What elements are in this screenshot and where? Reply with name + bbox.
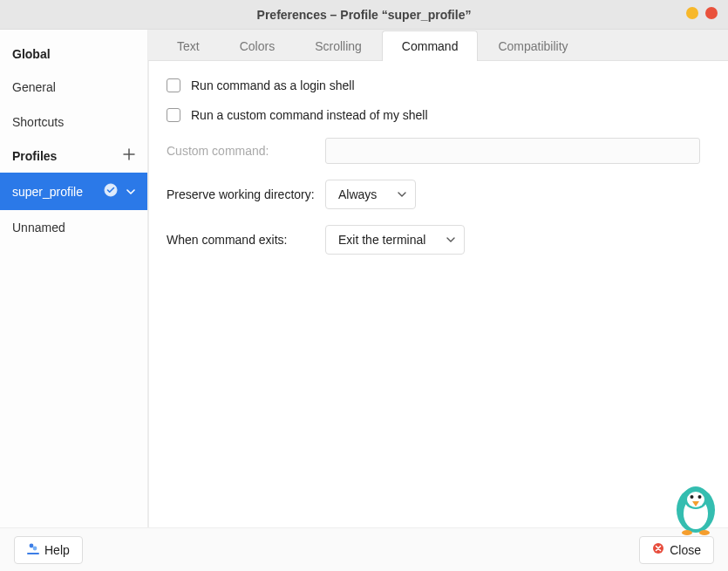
preserve-dir-label: Preserve working directory: bbox=[167, 187, 315, 201]
tab-colors[interactable]: Colors bbox=[220, 31, 295, 61]
chevron-down-icon bbox=[446, 233, 455, 247]
preferences-window: Preferences – Profile “super_profile” Gl… bbox=[0, 0, 728, 571]
help-label: Help bbox=[44, 543, 70, 557]
row-when-exits: When command exits: Exit the terminal bbox=[167, 225, 711, 255]
custom-command-input[interactable] bbox=[325, 138, 700, 164]
tabs: Text Colors Scrolling Command Compatibil… bbox=[148, 30, 728, 61]
when-exits-label: When command exits: bbox=[167, 233, 315, 247]
row-preserve-dir: Preserve working directory: Always bbox=[167, 180, 711, 209]
profiles-header: Profiles bbox=[0, 139, 147, 173]
close-window-icon[interactable] bbox=[705, 7, 718, 19]
profile-actions bbox=[104, 183, 135, 200]
sidebar-item-label: super_profile bbox=[12, 185, 83, 199]
window-title: Preferences – Profile “super_profile” bbox=[257, 8, 472, 22]
preserve-dir-value: Always bbox=[338, 187, 377, 201]
sidebar-item-label: Shortcuts bbox=[12, 115, 64, 129]
login-shell-checkbox[interactable] bbox=[167, 78, 180, 92]
content-command: Run command as a login shell Run a custo… bbox=[148, 61, 728, 527]
sidebar-item-label: General bbox=[12, 80, 56, 94]
sidebar-item-shortcuts[interactable]: Shortcuts bbox=[0, 105, 147, 139]
body: Global General Shortcuts Profiles super_… bbox=[0, 30, 728, 527]
tab-compatibility[interactable]: Compatibility bbox=[478, 31, 588, 61]
when-exits-value: Exit the terminal bbox=[338, 233, 425, 247]
custom-command-checkbox[interactable] bbox=[167, 108, 180, 122]
tab-label: Command bbox=[402, 39, 459, 53]
custom-command-label: Run a custom command instead of my shell bbox=[191, 108, 428, 122]
global-header: Global bbox=[0, 38, 147, 70]
profiles-header-label: Profiles bbox=[12, 149, 57, 163]
row-login-shell: Run command as a login shell bbox=[167, 78, 711, 92]
svg-point-2 bbox=[33, 547, 37, 551]
titlebar: Preferences – Profile “super_profile” bbox=[0, 0, 728, 30]
svg-point-1 bbox=[30, 544, 34, 548]
login-shell-label: Run command as a login shell bbox=[191, 78, 355, 92]
help-button[interactable]: Help bbox=[14, 536, 83, 564]
chevron-down-icon bbox=[398, 187, 406, 201]
tab-label: Scrolling bbox=[315, 39, 362, 53]
global-header-label: Global bbox=[12, 47, 51, 61]
main-panel: Text Colors Scrolling Command Compatibil… bbox=[148, 30, 728, 527]
preserve-dir-dropdown[interactable]: Always bbox=[325, 180, 416, 209]
sidebar: Global General Shortcuts Profiles super_… bbox=[0, 30, 148, 527]
tab-label: Compatibility bbox=[498, 39, 568, 53]
help-icon bbox=[27, 542, 39, 557]
close-label: Close bbox=[670, 543, 701, 557]
add-profile-icon[interactable] bbox=[123, 148, 135, 164]
default-check-icon[interactable] bbox=[104, 183, 118, 200]
row-custom-command: Run a custom command instead of my shell bbox=[167, 108, 711, 122]
window-controls bbox=[686, 7, 718, 19]
profile-menu-icon[interactable] bbox=[126, 185, 135, 199]
tab-scrolling[interactable]: Scrolling bbox=[295, 31, 382, 61]
when-exits-dropdown[interactable]: Exit the terminal bbox=[325, 225, 465, 255]
row-custom-command-field: Custom command: bbox=[167, 138, 711, 164]
close-button[interactable]: Close bbox=[639, 536, 714, 564]
sidebar-item-unnamed[interactable]: Unnamed bbox=[0, 210, 147, 245]
sidebar-item-general[interactable]: General bbox=[0, 70, 147, 105]
tab-label: Text bbox=[177, 39, 200, 53]
footer: Help Close bbox=[0, 527, 728, 571]
sidebar-item-label: Unnamed bbox=[12, 221, 65, 235]
tab-label: Colors bbox=[240, 39, 275, 53]
custom-command-field-label: Custom command: bbox=[167, 144, 315, 158]
tab-text[interactable]: Text bbox=[157, 31, 220, 61]
tab-command[interactable]: Command bbox=[382, 31, 479, 61]
close-icon bbox=[652, 542, 664, 557]
sidebar-item-super-profile[interactable]: super_profile bbox=[0, 173, 147, 210]
minimize-icon[interactable] bbox=[686, 7, 698, 19]
